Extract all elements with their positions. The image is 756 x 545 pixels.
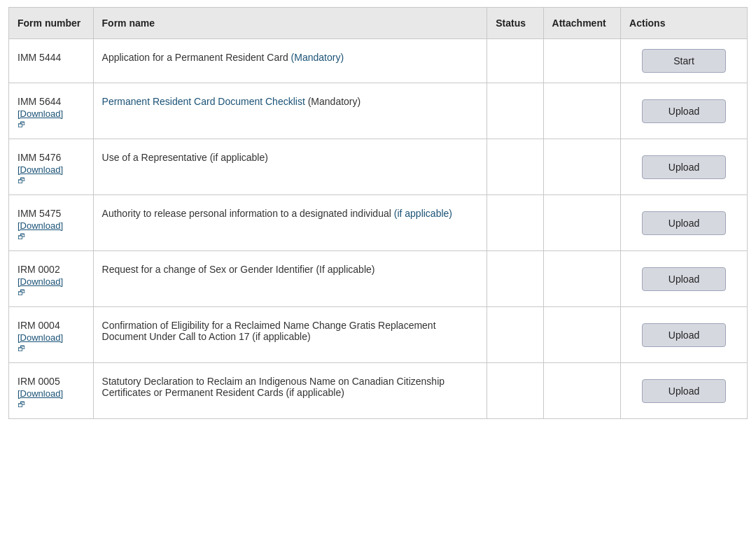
form-name-cell: Authority to release personal informatio…	[93, 195, 487, 251]
forms-table: Form number Form name Status Attachment …	[8, 7, 748, 419]
download-link[interactable]: [Download]	[18, 220, 85, 231]
upload-button[interactable]: Upload	[642, 267, 726, 291]
form-id: IMM 5476	[18, 152, 85, 163]
form-number-cell: IMM 5444	[9, 39, 94, 83]
download-link[interactable]: [Download]	[18, 276, 85, 287]
form-id: IMM 5644	[18, 96, 85, 107]
actions-cell: Upload	[621, 83, 748, 139]
form-name-text: Use of a Representative (if applicable)	[102, 152, 268, 163]
form-name-text: Confirmation of Eligibility for a Reclai…	[102, 320, 436, 342]
table-row: IMM 5644[Download] 🗗Permanent Resident C…	[9, 83, 748, 139]
external-link-icon: 🗗	[18, 400, 85, 409]
status-cell	[487, 139, 543, 195]
table-row: IRM 0002[Download] 🗗Request for a change…	[9, 251, 748, 307]
status-cell	[487, 83, 543, 139]
table-row: IMM 5476[Download] 🗗Use of a Representat…	[9, 139, 748, 195]
attachment-cell	[543, 251, 621, 307]
form-name-cell: Permanent Resident Card Document Checkli…	[93, 83, 487, 139]
form-name-cell: Request for a change of Sex or Gender Id…	[93, 251, 487, 307]
table-row: IRM 0005[Download] 🗗Statutory Declaratio…	[9, 363, 748, 419]
table-header-row: Form number Form name Status Attachment …	[9, 8, 748, 39]
actions-cell: Start	[621, 39, 748, 83]
start-button[interactable]: Start	[642, 49, 726, 73]
attachment-cell	[543, 195, 621, 251]
status-cell	[487, 363, 543, 419]
upload-button[interactable]: Upload	[642, 379, 726, 403]
upload-button[interactable]: Upload	[642, 99, 726, 123]
table-row: IMM 5475[Download] 🗗Authority to release…	[9, 195, 748, 251]
attachment-cell	[543, 39, 621, 83]
attachment-cell	[543, 363, 621, 419]
download-link[interactable]: [Download]	[18, 108, 85, 119]
external-link-icon: 🗗	[18, 232, 85, 241]
actions-cell: Upload	[621, 251, 748, 307]
form-name-cell: Statutory Declaration to Reclaim an Indi…	[93, 363, 487, 419]
actions-cell: Upload	[621, 307, 748, 363]
form-name-text: Permanent Resident Card Document Checkli…	[102, 96, 361, 107]
status-cell	[487, 195, 543, 251]
form-number-cell: IRM 0005[Download] 🗗	[9, 363, 94, 419]
forms-table-container: Form number Form name Status Attachment …	[0, 0, 756, 426]
download-link[interactable]: [Download]	[18, 332, 85, 343]
external-link-icon: 🗗	[18, 176, 85, 185]
form-name-text: Authority to release personal informatio…	[102, 208, 452, 219]
actions-cell: Upload	[621, 363, 748, 419]
form-name-text: Request for a change of Sex or Gender Id…	[102, 264, 375, 275]
external-link-icon: 🗗	[18, 288, 85, 297]
header-status: Status	[487, 8, 543, 39]
attachment-cell	[543, 83, 621, 139]
actions-cell: Upload	[621, 139, 748, 195]
upload-button[interactable]: Upload	[642, 211, 726, 235]
form-name-text: Statutory Declaration to Reclaim an Indi…	[102, 376, 445, 398]
form-name-cell: Confirmation of Eligibility for a Reclai…	[93, 307, 487, 363]
upload-button[interactable]: Upload	[642, 155, 726, 179]
header-form-number: Form number	[9, 8, 94, 39]
upload-button[interactable]: Upload	[642, 323, 726, 347]
form-number-cell: IMM 5644[Download] 🗗	[9, 83, 94, 139]
external-link-icon: 🗗	[18, 120, 85, 129]
header-form-name: Form name	[93, 8, 487, 39]
form-id: IRM 0005	[18, 376, 85, 387]
download-link[interactable]: [Download]	[18, 388, 85, 399]
actions-cell: Upload	[621, 195, 748, 251]
form-name-text: Application for a Permanent Resident Car…	[102, 52, 344, 63]
external-link-icon: 🗗	[18, 344, 85, 353]
table-row: IMM 5444Application for a Permanent Resi…	[9, 39, 748, 83]
table-row: IRM 0004[Download] 🗗Confirmation of Elig…	[9, 307, 748, 363]
attachment-cell	[543, 139, 621, 195]
header-attachment: Attachment	[543, 8, 621, 39]
header-actions: Actions	[621, 8, 748, 39]
status-cell	[487, 251, 543, 307]
status-cell	[487, 307, 543, 363]
form-id: IMM 5444	[18, 52, 85, 63]
form-number-cell: IMM 5475[Download] 🗗	[9, 195, 94, 251]
form-name-cell: Use of a Representative (if applicable)	[93, 139, 487, 195]
status-cell	[487, 39, 543, 83]
form-number-cell: IRM 0004[Download] 🗗	[9, 307, 94, 363]
table-body: IMM 5444Application for a Permanent Resi…	[9, 39, 748, 419]
form-number-cell: IRM 0002[Download] 🗗	[9, 251, 94, 307]
form-id: IRM 0004	[18, 320, 85, 331]
attachment-cell	[543, 307, 621, 363]
form-id: IRM 0002	[18, 264, 85, 275]
download-link[interactable]: [Download]	[18, 164, 85, 175]
form-id: IMM 5475	[18, 208, 85, 219]
form-name-cell: Application for a Permanent Resident Car…	[93, 39, 487, 83]
form-number-cell: IMM 5476[Download] 🗗	[9, 139, 94, 195]
